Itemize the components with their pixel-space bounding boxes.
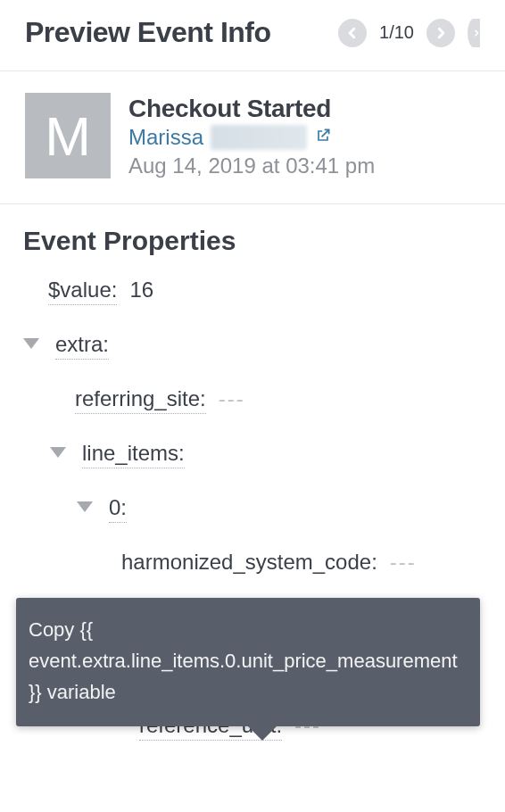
user-row: Marissa xyxy=(128,125,375,150)
next-button[interactable] xyxy=(426,19,455,47)
page-title: Preview Event Info xyxy=(25,16,338,49)
pager-text: 1/10 xyxy=(379,22,414,43)
prop-hsc-row: harmonized_system_code: --- xyxy=(23,550,482,576)
properties-heading: Event Properties xyxy=(23,226,482,256)
disclosure-triangle-icon[interactable] xyxy=(77,501,93,512)
event-summary: M Checkout Started Marissa Aug 14, 2019 … xyxy=(0,71,505,204)
prop-val-referring-site: --- xyxy=(219,386,245,411)
event-name: Checkout Started xyxy=(128,95,375,123)
external-link-icon[interactable] xyxy=(314,127,332,148)
pager-nav: 1/10 xyxy=(338,19,480,47)
prop-key-value[interactable]: $value: xyxy=(48,278,117,305)
prop-index0-row: 0: xyxy=(23,495,482,523)
user-surname-redacted xyxy=(211,125,307,150)
prop-key-index0[interactable]: 0: xyxy=(109,495,127,523)
chevron-right-icon xyxy=(435,27,447,39)
next-button-partial[interactable] xyxy=(468,19,480,47)
copy-variable-tooltip[interactable]: Copy {{ event.extra.line_items.0.unit_pr… xyxy=(16,598,480,726)
prop-referring-site-row: referring_site: --- xyxy=(23,386,482,414)
prop-val-value: 16 xyxy=(129,278,153,302)
prop-line-items-row: line_items: xyxy=(23,441,482,468)
prop-key-line-items[interactable]: line_items: xyxy=(82,441,185,468)
event-timestamp: Aug 14, 2019 at 03:41 pm xyxy=(128,153,375,178)
header-bar: Preview Event Info 1/10 xyxy=(0,0,505,71)
prop-key-extra[interactable]: extra: xyxy=(55,332,109,360)
prop-value-row: $value: 16 xyxy=(23,278,482,305)
user-link[interactable]: Marissa xyxy=(128,125,203,150)
prop-key-hsc[interactable]: harmonized_system_code: xyxy=(121,550,377,576)
event-meta: Checkout Started Marissa Aug 14, 2019 at… xyxy=(128,93,375,178)
disclosure-triangle-icon[interactable] xyxy=(23,338,39,349)
prop-extra-row: extra: xyxy=(23,332,482,360)
prev-button[interactable] xyxy=(338,19,367,47)
prop-key-referring-site[interactable]: referring_site: xyxy=(75,386,206,414)
avatar: M xyxy=(25,93,111,178)
chevron-left-icon xyxy=(346,27,359,39)
chevron-right-icon xyxy=(473,27,480,39)
prop-val-hsc: --- xyxy=(390,550,417,575)
disclosure-triangle-icon[interactable] xyxy=(50,447,66,458)
